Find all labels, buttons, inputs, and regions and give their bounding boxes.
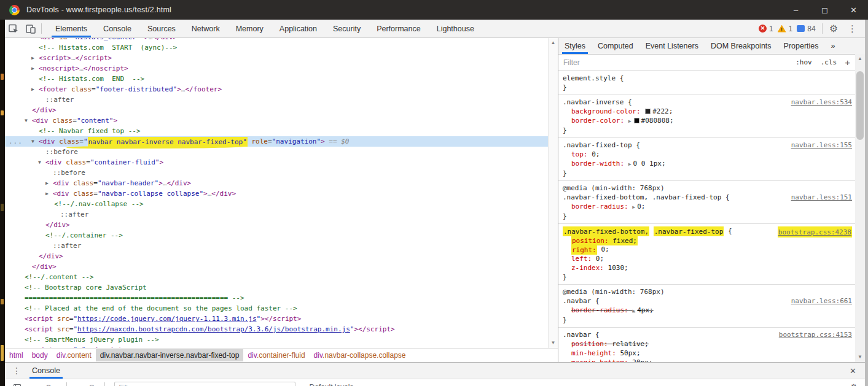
console-drawer-tab[interactable]: Console [27, 363, 65, 379]
stylesheet-link[interactable]: navbar.less:151 [791, 193, 852, 202]
tree-line[interactable]: </div> [5, 220, 548, 230]
sidebar-tab-event-listeners[interactable]: Event Listeners [639, 38, 705, 54]
sidebar-tab-dom-breakpoints[interactable]: DOM Breakpoints [705, 38, 778, 54]
styles-filter-input[interactable] [558, 58, 791, 67]
tab-elements[interactable]: Elements [47, 20, 95, 37]
tree-line[interactable]: <!--/.nav-collapse --> [5, 199, 548, 209]
tab-sources[interactable]: Sources [139, 20, 184, 37]
device-toolbar-icon[interactable] [22, 21, 39, 37]
styles-scrollbar[interactable]: ▲ ▼ [855, 54, 865, 362]
css-property[interactable]: border-color: ▶#080808; [563, 116, 853, 126]
error-badge[interactable]: ✕ 1 [759, 25, 773, 33]
tab-network[interactable]: Network [184, 20, 228, 37]
tree-line[interactable]: <!-- SmartMenus jQuery plugin --> [5, 334, 548, 345]
tree-line[interactable]: <!--/.container --> [5, 230, 548, 241]
clear-console-icon[interactable]: ⊘ [45, 383, 52, 386]
color-swatch[interactable] [634, 118, 639, 123]
tree-line[interactable]: <!-- Navbar fixed top --> [5, 126, 548, 136]
stylesheet-link[interactable]: navbar.less:661 [791, 296, 852, 306]
node-actions-icon[interactable]: ... [9, 136, 23, 147]
css-property[interactable]: min-height: 50px; [563, 349, 853, 358]
scroll-down-icon[interactable]: ▼ [549, 339, 558, 347]
css-property[interactable]: left: 0; [563, 254, 853, 263]
breadcrumb-item[interactable]: div.navbar-collapse.collapse [310, 349, 410, 361]
css-property[interactable]: z-index: 1030; [563, 263, 853, 272]
tree-line[interactable]: ▶<noscript>…</noscript> [5, 63, 548, 74]
log-levels-dropdown[interactable]: Default levels [309, 383, 353, 386]
sidebar-tab-styles[interactable]: Styles [558, 38, 592, 54]
console-filter-input[interactable] [114, 382, 295, 386]
selected-tree-line[interactable]: ...▼<div class="navbar navbar-inverse na… [5, 136, 548, 147]
new-style-rule-button[interactable]: + [845, 58, 850, 67]
expand-arrow-icon[interactable]: ▶ [45, 188, 49, 199]
stylesheet-link[interactable]: navbar.less:534 [791, 98, 852, 107]
tree-line[interactable]: <!-- Histats.com END --> [5, 74, 548, 84]
warning-badge[interactable]: ! 1 [778, 25, 793, 33]
elements-scrollbar[interactable]: ▲ ▼ [548, 38, 558, 348]
expand-shorthand-icon[interactable]: ▶ [632, 308, 635, 314]
expand-shorthand-icon[interactable]: ▶ [628, 161, 631, 167]
css-property[interactable]: border-width: ▶0 0 1px; [563, 159, 853, 169]
tree-line[interactable]: <!-- Bootstrap core JavaScript [5, 282, 548, 293]
sidebar-tab-computed[interactable]: Computed [592, 38, 639, 54]
console-settings-icon[interactable]: ⚙ [850, 382, 858, 386]
inspect-element-icon[interactable] [5, 21, 22, 37]
tree-line[interactable]: </div> [5, 105, 548, 115]
styles-scroll-up-icon[interactable]: ▲ [855, 55, 865, 63]
css-property[interactable]: border-radius: ▶0; [563, 202, 853, 212]
tab-console[interactable]: Console [95, 20, 139, 37]
maximize-button[interactable]: ◻ [810, 0, 839, 20]
rule-selector[interactable]: element.style { [563, 74, 853, 83]
css-property[interactable]: right: 0; [563, 245, 853, 254]
settings-gear-icon[interactable]: ⚙ [824, 23, 843, 34]
tab-memory[interactable]: Memory [228, 20, 272, 37]
tree-line[interactable]: ▶<div class="navbar-header">…</div> [5, 178, 548, 188]
drawer-menu-icon[interactable]: ⋮ [5, 366, 27, 376]
css-property[interactable]: position: relative; [563, 339, 853, 349]
expand-arrow-icon[interactable]: ▶ [31, 53, 34, 63]
collapse-arrow-icon[interactable]: ▼ [25, 115, 28, 126]
css-property[interactable]: margin-bottom: 20px; [563, 358, 853, 362]
minimize-button[interactable]: – [781, 0, 810, 20]
breadcrumb-item[interactable]: div.content [52, 349, 96, 361]
breadcrumb-item[interactable]: div.container-fluid [243, 349, 309, 361]
tree-line[interactable]: <!--/.content --> [5, 272, 548, 282]
expand-arrow-icon[interactable]: ▶ [31, 84, 34, 95]
tab-lighthouse[interactable]: Lighthouse [429, 20, 482, 37]
live-expression-eye-icon[interactable]: ◎ [88, 383, 95, 386]
collapse-arrow-icon[interactable]: ▼ [38, 157, 41, 168]
tree-line[interactable]: ▶<footer class="footer-distributed">…</f… [5, 84, 548, 95]
css-property[interactable]: border-radius: ▶4px; [563, 306, 853, 315]
tree-line[interactable]: <div id="histats_counter" >…</div> [5, 38, 548, 42]
stylesheet-link[interactable]: navbar.less:155 [791, 141, 852, 150]
tree-line[interactable]: ▶<script>…</script> [5, 53, 548, 63]
collapse-arrow-icon[interactable]: ▼ [31, 136, 34, 147]
tree-line[interactable]: </div> [5, 251, 548, 261]
tree-line[interactable]: ========================================… [5, 293, 548, 303]
tree-line[interactable]: <script src="https://maxcdn.bootstrapcdn… [5, 324, 548, 334]
messages-badge[interactable]: 84 [797, 25, 815, 33]
css-property[interactable]: background-color: #222; [563, 107, 853, 116]
stylesheet-link[interactable]: bootstrap.css:4238 [778, 226, 852, 237]
tab-application[interactable]: Application [272, 20, 325, 37]
close-button[interactable]: ✕ [839, 0, 868, 20]
tab-security[interactable]: Security [325, 20, 369, 37]
pseudo-state-toggle[interactable]: :hov [796, 58, 812, 66]
expand-arrow-icon[interactable]: ▶ [31, 63, 34, 74]
tab-performance[interactable]: Performance [369, 20, 429, 37]
tree-line[interactable]: ▼<div class="content"> [5, 115, 548, 126]
tree-line[interactable]: ::after [5, 241, 548, 251]
element-classes-toggle[interactable]: .cls [821, 58, 837, 66]
tree-line[interactable]: ▼<div class="container-fluid"> [5, 157, 548, 168]
breadcrumb-item[interactable]: div.navbar.navbar-inverse.navbar-fixed-t… [96, 349, 244, 361]
tree-line[interactable]: ::after [5, 209, 548, 220]
tree-line[interactable]: ::before [5, 168, 548, 178]
more-tabs-icon[interactable]: » [825, 38, 842, 54]
styles-scroll-down-icon[interactable]: ▼ [855, 353, 865, 361]
close-drawer-icon[interactable]: ✕ [850, 366, 856, 376]
tree-line[interactable]: ▶<div class="navbar-collapse collapse">…… [5, 188, 548, 199]
breadcrumb-item[interactable]: html [5, 349, 28, 361]
color-swatch[interactable] [645, 109, 651, 114]
tree-line[interactable]: ::after [5, 95, 548, 105]
more-options-icon[interactable]: ⋮ [843, 23, 862, 34]
